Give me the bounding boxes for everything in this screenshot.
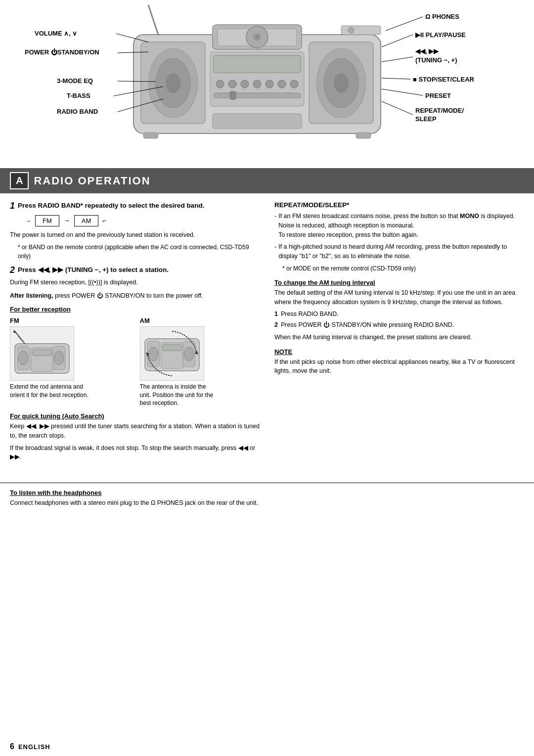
footer-section: To listen with the headphones Connect he…: [0, 483, 534, 512]
svg-rect-24: [230, 91, 236, 99]
svg-point-46: [54, 351, 64, 365]
svg-point-17: [228, 80, 236, 88]
am-caption: The antenna is inside the unit. Position…: [140, 383, 219, 407]
content-area: 1 Press RADIO BAND* repeatedly to select…: [0, 193, 534, 473]
svg-point-18: [241, 80, 249, 88]
section-letter: A: [10, 172, 29, 189]
svg-point-56: [184, 347, 194, 361]
quick-tuning: For quick tuning (Auto Search) Keep ◀◀, …: [10, 412, 260, 462]
page: VOLUME ∧, ∨ POWER ⏻STANDBY/ON 3-MODE EQ …: [0, 0, 534, 756]
note-title: NOTE: [274, 348, 524, 356]
label-sleep: SLEEP: [415, 115, 437, 123]
reception-am: AM: [140, 317, 260, 407]
svg-line-27: [148, 5, 158, 35]
svg-line-37: [382, 35, 413, 47]
repeat-bullet-1: - If an FM stereo broadcast contains noi…: [274, 212, 524, 239]
repeat-bullet-1-text: If an FM stereo broadcast contains noise…: [278, 212, 515, 239]
am-step-1-num: 1: [274, 310, 278, 319]
svg-rect-15: [214, 55, 301, 73]
svg-point-9: [166, 73, 180, 93]
svg-rect-58: [163, 345, 181, 351]
svg-rect-48: [33, 350, 51, 356]
am-tuning-title: To change the AM tuning interval: [274, 279, 524, 286]
after-listening: After listening, press POWER ⏻ STANDBY/O…: [10, 291, 260, 301]
label-tuning-text: (TUNING −, +): [415, 56, 457, 64]
am-tuning-body: The default setting of the AM tuning int…: [274, 288, 524, 307]
diagram-svg: VOLUME ∧, ∨ POWER ⏻STANDBY/ON 3-MODE EQ …: [10, 5, 524, 163]
step1-body1: The power is turned on and the previousl…: [10, 230, 260, 240]
section-header: A RADIO OPERATION: [0, 168, 534, 193]
label-stop: ■ STOP/SET/CLEAR: [413, 76, 475, 83]
fm-caption: Extend the rod antenna and orient it for…: [10, 383, 89, 400]
label-radioband: RADIO BAND: [57, 108, 98, 115]
footer-title: To listen with the headphones: [10, 489, 524, 496]
svg-rect-28: [213, 114, 302, 129]
after-listening-text: press POWER ⏻ STANDBY/ON to turn the pow…: [55, 292, 203, 299]
svg-point-5: [256, 36, 259, 39]
step1-num: 1: [10, 201, 15, 211]
label-eq: 3-MODE EQ: [57, 77, 93, 85]
arrow-end: ⌐: [102, 217, 106, 224]
label-power: POWER ⏻STANDBY/ON: [25, 48, 99, 56]
english-label: ENGLISH: [18, 743, 50, 751]
label-tbass: T-BASS: [67, 92, 90, 99]
label-preset: PRESET: [425, 92, 451, 99]
fm-label: FM: [10, 317, 130, 324]
diagram-area: VOLUME ∧, ∨ POWER ⏻STANDBY/ON 3-MODE EQ …: [10, 5, 524, 163]
quick-tuning-title: For quick tuning (Auto Search): [10, 412, 260, 420]
svg-rect-25: [341, 26, 381, 35]
right-column: REPEAT/MODE/SLEEP* - If an FM stereo bro…: [269, 201, 524, 465]
am-step-2-num: 2: [274, 320, 278, 330]
am-box: AM: [74, 215, 99, 226]
after-listening-label: After listening,: [10, 292, 53, 299]
svg-rect-23: [214, 93, 301, 98]
dash-1: -: [274, 212, 276, 239]
svg-line-41: [382, 101, 413, 115]
step2-body1: During FM stereo reception, [((•))] is d…: [10, 278, 260, 287]
am-step-1: 1 Press RADIO BAND.: [274, 310, 524, 319]
footer-text: Connect headphones with a stereo mini pl…: [10, 498, 524, 508]
am-image: [140, 326, 204, 381]
quick-tuning-body1: Keep ◀◀, ▶▶ pressed until the tuner star…: [10, 422, 260, 441]
am-tuning-section: To change the AM tuning interval The def…: [274, 279, 524, 342]
repeat-bullet-2: - If a high-pitched sound is heard durin…: [274, 242, 524, 261]
step2-num: 2: [10, 266, 15, 275]
svg-point-54: [148, 347, 158, 361]
dash-2: -: [274, 242, 276, 261]
page-number-area: 6 ENGLISH: [10, 742, 50, 751]
note-text: If the unit picks up noise from other el…: [274, 357, 524, 376]
am-label: AM: [140, 317, 260, 324]
label-volume: VOLUME ∧, ∨: [35, 30, 77, 37]
am-step-2-text: Press POWER ⏻ STANDBY/ON while pressing …: [281, 320, 454, 330]
svg-line-38: [382, 57, 413, 62]
label-tuning-arrows: ◀◀, ▶▶: [415, 47, 439, 55]
svg-point-21: [278, 80, 286, 88]
svg-point-26: [348, 27, 354, 33]
am-step-2: 2 Press POWER ⏻ STANDBY/ON while pressin…: [274, 320, 524, 330]
svg-line-36: [386, 17, 423, 31]
svg-point-19: [253, 80, 261, 88]
note-box: NOTE If the unit picks up noise from oth…: [274, 348, 524, 376]
step2-area: 2 Press ◀◀, ▶▶ (TUNING −, +) to select a…: [10, 266, 260, 288]
reception-area: FM: [10, 317, 260, 407]
step1-title: Press RADIO BAND* repeatedly to select t…: [18, 201, 204, 211]
am-boombox-svg: [142, 329, 202, 378]
repeat-mode-title: REPEAT/MODE/SLEEP*: [274, 201, 524, 209]
step1-header: 1 Press RADIO BAND* repeatedly to select…: [10, 201, 260, 211]
svg-rect-30: [356, 133, 371, 138]
step1-note1: * or BAND on the remote control (applica…: [18, 243, 260, 261]
repeat-note2: * or MODE on the remote control (CSD-TD5…: [282, 264, 524, 273]
step2-header: 2 Press ◀◀, ▶▶ (TUNING −, +) to select a…: [10, 266, 260, 275]
svg-point-13: [334, 73, 349, 93]
fm-boombox-svg: [12, 329, 72, 378]
svg-line-39: [382, 78, 410, 79]
svg-point-44: [18, 351, 28, 365]
svg-rect-29: [143, 133, 158, 138]
fm-image: [10, 326, 74, 381]
repeat-bullet-2-text: If a high-pitched sound is heard during …: [278, 242, 524, 261]
diagram-section: VOLUME ∧, ∨ POWER ⏻STANDBY/ON 3-MODE EQ …: [0, 0, 534, 168]
am-step-1-text: Press RADIO BAND.: [281, 310, 339, 319]
am-tuning-footer: When the AM tuning interval is changed, …: [274, 333, 524, 342]
fm-box: FM: [35, 215, 59, 226]
fm-am-diagram: → FM → AM ⌐: [25, 215, 260, 226]
